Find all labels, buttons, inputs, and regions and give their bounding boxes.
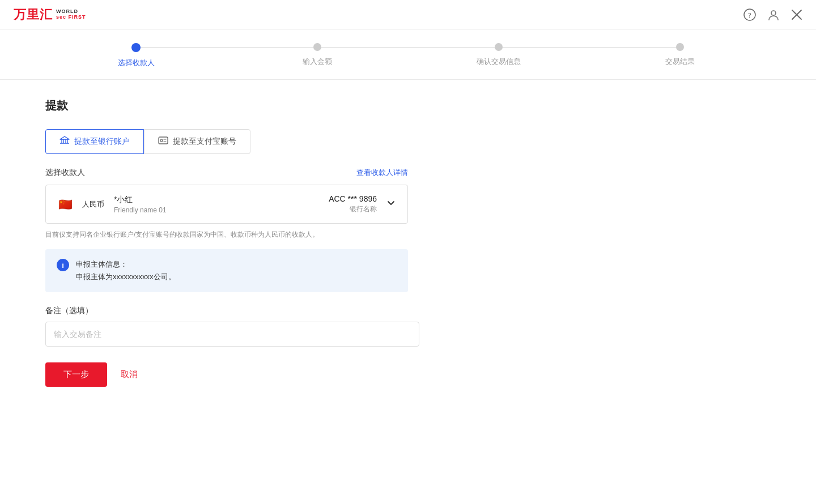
btn-group: 下一步 取消 (45, 362, 408, 387)
bank-name: 银行名称 (250, 204, 377, 214)
step-1-label: 选择收款人 (118, 58, 155, 68)
step-1-circle (131, 43, 141, 52)
header: 万里汇 WORLD sec FIRST ? (0, 0, 816, 29)
next-button[interactable]: 下一步 (45, 362, 107, 387)
logo: 万里汇 WORLD sec FIRST (14, 6, 86, 23)
account-info: ACC *** 9896 银行名称 (250, 194, 377, 214)
step-4: 交易结果 (589, 43, 771, 67)
step-4-label: 交易结果 (665, 57, 695, 67)
cancel-button[interactable]: 取消 (121, 369, 138, 380)
remark-input[interactable] (45, 322, 419, 347)
svg-point-2 (771, 11, 776, 15)
logo-text: 万里汇 (14, 6, 53, 23)
china-flag: 🇨🇳 (57, 199, 73, 210)
user-icon[interactable] (767, 8, 780, 21)
tab-alipay-label: 提款至支付宝账号 (173, 136, 236, 147)
svg-rect-5 (159, 137, 168, 144)
info-body: 申报主体为xxxxxxxxxxx公司。 (76, 272, 176, 281)
page-title: 提款 (45, 98, 408, 113)
account-number: ACC *** 9896 (250, 194, 377, 203)
tab-alipay[interactable]: 提款至支付宝账号 (144, 129, 250, 154)
info-title: 申报主体信息： (76, 260, 128, 268)
stepper: 选择收款人 输入金额 确认交易信息 交易结果 (0, 29, 816, 79)
step-2: 输入金额 (227, 43, 408, 67)
info-icon: i (57, 259, 69, 271)
close-icon[interactable] (791, 9, 802, 20)
tab-group: 提款至银行账户 提款至支付宝账号 (45, 129, 408, 154)
recipient-card[interactable]: 🇨🇳 人民币 *小红 Friendly name 01 ACC *** 9896… (45, 185, 408, 224)
alipay-icon (158, 135, 168, 148)
logo-sub: WORLD sec FIRST (56, 9, 86, 20)
svg-point-6 (160, 139, 163, 142)
recipient-info: *小红 Friendly name 01 (114, 195, 241, 214)
remark-label: 备注（选填） (45, 306, 408, 316)
step-2-circle (313, 43, 321, 51)
notice-text: 目前仅支持同名企业银行账户/支付宝账号的收款国家为中国、收款币种为人民币的收款人… (45, 229, 408, 240)
currency-label: 人民币 (82, 199, 105, 210)
recipient-name: *小红 (114, 195, 241, 205)
step-3: 确认交易信息 (408, 43, 589, 67)
step-2-label: 输入金额 (303, 57, 332, 67)
svg-text:?: ? (748, 11, 751, 19)
bank-icon (60, 135, 70, 148)
tab-bank[interactable]: 提款至银行账户 (45, 129, 144, 154)
logo-first: sec FIRST (56, 15, 86, 20)
recipient-detail-link[interactable]: 查看收款人详情 (356, 168, 408, 178)
header-actions: ? (743, 8, 802, 21)
step-1: 选择收款人 (45, 43, 227, 68)
main-content: 提款 提款至银行账户 提款至支付宝账号 选择收款人 查看收款人详情 (0, 80, 453, 405)
help-icon[interactable]: ? (743, 8, 756, 21)
info-box: i 申报主体信息： 申报主体为xxxxxxxxxxx公司。 (45, 249, 408, 292)
recipient-friendly-name: Friendly name 01 (114, 206, 241, 214)
tab-bank-label: 提款至银行账户 (74, 136, 130, 147)
chevron-down-icon (386, 198, 396, 211)
step-3-label: 确认交易信息 (477, 57, 521, 67)
step-4-circle (676, 43, 684, 51)
step-3-circle (495, 43, 503, 51)
recipient-section-label: 选择收款人 (45, 168, 85, 178)
info-content: 申报主体信息： 申报主体为xxxxxxxxxxx公司。 (76, 258, 176, 283)
section-header: 选择收款人 查看收款人详情 (45, 168, 408, 178)
